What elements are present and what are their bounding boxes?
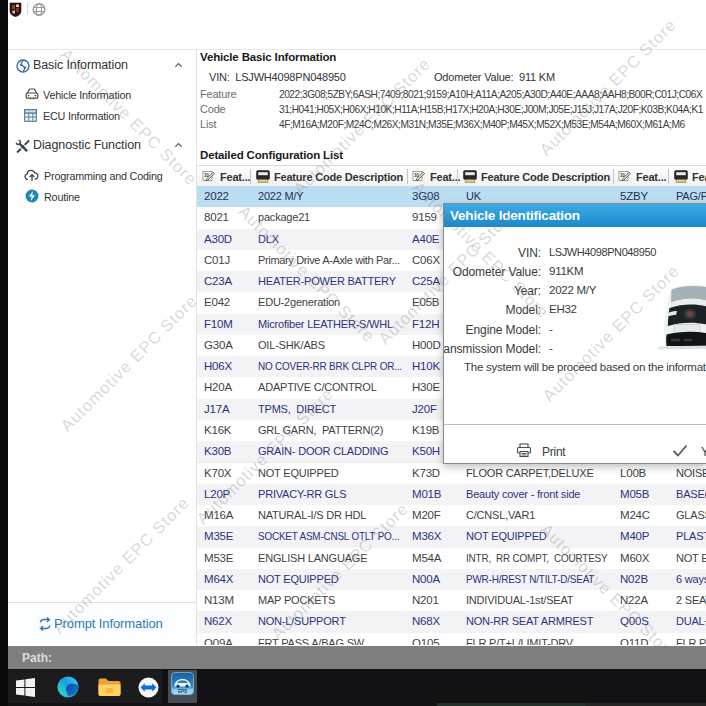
svg-text:EPS: EPS [178, 689, 187, 694]
